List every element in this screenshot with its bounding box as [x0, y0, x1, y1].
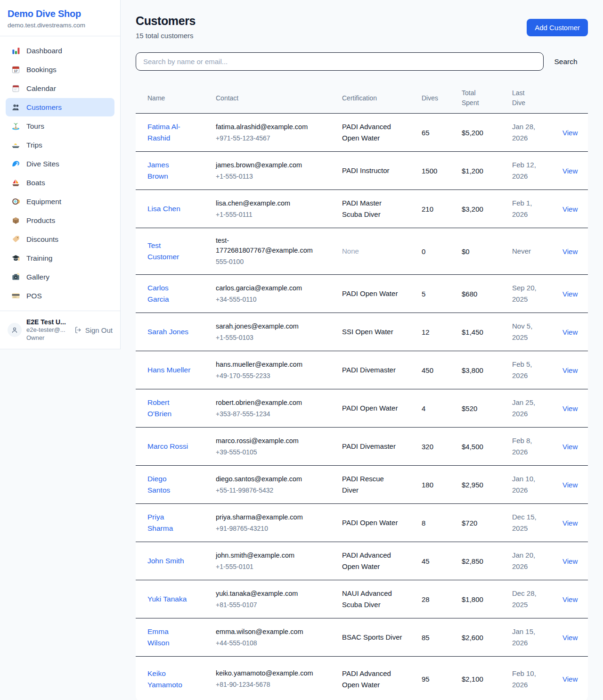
customer-name-link[interactable]: Carlos Garcia — [147, 282, 191, 305]
customer-name-link[interactable]: Test Customer — [147, 240, 191, 263]
credit-card-icon — [11, 291, 20, 300]
customer-email: fatima.alrashid@example.com — [216, 122, 317, 132]
view-link[interactable]: View — [562, 129, 578, 137]
user-section: E2E Test U... e2e-tester@... Owner Sign … — [0, 311, 120, 349]
table-header-row: NameContactCertificationDivesTotal Spent… — [136, 83, 588, 114]
sidebar-item-dashboard[interactable]: Dashboard — [6, 41, 114, 60]
customer-email: keiko.yamamoto@example.com — [216, 668, 317, 678]
cell-dives: 8 — [422, 504, 462, 542]
cell-dives: 12 — [422, 313, 462, 351]
view-link[interactable]: View — [562, 205, 578, 213]
sidebar-item-discounts[interactable]: Discounts — [6, 230, 114, 248]
customer-last-dive: Jan 10, 2026 — [512, 473, 541, 496]
view-link[interactable]: View — [562, 443, 578, 451]
customer-email: carlos.garcia@example.com — [216, 283, 317, 293]
view-link[interactable]: View — [562, 366, 578, 374]
customer-last-dive: Feb 8, 2026 — [512, 435, 541, 458]
cell-certification: None — [342, 228, 422, 275]
sidebar-item-bookings[interactable]: 17Bookings — [6, 60, 114, 79]
people-icon — [11, 103, 20, 112]
graduation-cap-icon — [11, 254, 20, 263]
sidebar-item-tours[interactable]: Tours — [6, 117, 114, 135]
column-header-actions — [562, 83, 588, 114]
customer-email: marco.rossi@example.com — [216, 436, 317, 446]
view-link[interactable]: View — [562, 404, 578, 412]
cell-certification: PADI Advanced Open Water — [342, 114, 422, 152]
sidebar-item-label: Tours — [26, 122, 44, 131]
sidebar-item-customers[interactable]: Customers — [6, 98, 114, 116]
sidebar-item-training[interactable]: Training — [6, 249, 114, 267]
customer-phone: +81-555-0107 — [216, 600, 338, 610]
customer-last-dive: Sep 20, 2025 — [512, 282, 541, 305]
customer-name-link[interactable]: Lisa Chen — [147, 203, 180, 214]
customer-name-link[interactable]: Emma Wilson — [147, 626, 191, 649]
sidebar-item-pos[interactable]: POS — [6, 287, 114, 305]
search-bar: Search — [136, 52, 588, 71]
cell-total-spent: $2,950 — [462, 466, 512, 504]
cell-last-dive: Dec 28, 2025 — [512, 580, 562, 618]
view-link[interactable]: View — [562, 557, 578, 565]
customer-phone: +1-555-0113 — [216, 172, 338, 181]
cell-view: View — [562, 228, 588, 275]
camera-icon — [11, 272, 20, 281]
customer-name-link[interactable]: Fatima Al-Rashid — [147, 121, 191, 144]
search-button[interactable]: Search — [544, 58, 588, 66]
view-link[interactable]: View — [562, 481, 578, 489]
sidebar-item-products[interactable]: Products — [6, 211, 114, 230]
avatar — [8, 323, 22, 337]
add-customer-button[interactable]: Add Customer — [527, 19, 588, 36]
search-input[interactable] — [136, 52, 544, 71]
page-header: Customers 15 total customers Add Custome… — [136, 14, 588, 40]
view-link[interactable]: View — [562, 519, 578, 527]
sidebar-item-equipment[interactable]: Equipment — [6, 192, 114, 211]
table-row: James Brownjames.brown@example.com+1-555… — [136, 152, 588, 190]
cell-contact: john.smith@example.com+1-555-0101 — [216, 542, 342, 580]
table-row: Lisa Chenlisa.chen@example.com+1-555-011… — [136, 190, 588, 228]
sidebar-item-trips[interactable]: Trips — [6, 136, 114, 154]
customer-last-dive: Jan 15, 2026 — [512, 626, 541, 649]
customer-name-link[interactable]: John Smith — [147, 555, 184, 567]
view-link[interactable]: View — [562, 634, 578, 642]
cell-total-spent: $3,800 — [462, 351, 512, 389]
sign-out-label: Sign Out — [85, 326, 113, 334]
sidebar-item-calendar[interactable]: Calendar — [6, 79, 114, 98]
customer-phone: +1-555-0111 — [216, 210, 338, 220]
view-link[interactable]: View — [562, 290, 578, 298]
customer-name-link[interactable]: Sarah Jones — [147, 326, 188, 338]
sidebar-nav: Dashboard17BookingsCalendarCustomersTour… — [0, 36, 120, 311]
cell-name: Marco Rossi — [136, 428, 216, 466]
cell-last-dive: Jan 28, 2026 — [512, 114, 562, 152]
view-link[interactable]: View — [562, 675, 578, 683]
customer-name-link[interactable]: Robert O'Brien — [147, 397, 191, 420]
customer-phone: +34-555-0110 — [216, 295, 338, 305]
cell-last-dive: Nov 5, 2025 — [512, 313, 562, 351]
sidebar-item-boats[interactable]: Boats — [6, 173, 114, 192]
view-link[interactable]: View — [562, 595, 578, 603]
cell-total-spent: $2,100 — [462, 657, 512, 700]
view-link[interactable]: View — [562, 328, 578, 336]
cell-view: View — [562, 351, 588, 389]
sign-out-button[interactable]: Sign Out — [74, 326, 113, 334]
cell-certification: PADI Rescue Diver — [342, 466, 422, 504]
customer-name-link[interactable]: Keiko Yamamoto — [147, 668, 191, 691]
customer-email: test-1772681807767@example.com — [216, 236, 317, 255]
cell-certification: SSI Open Water — [342, 313, 422, 351]
customer-name-link[interactable]: James Brown — [147, 159, 191, 182]
customer-name-link[interactable]: Marco Rossi — [147, 441, 188, 452]
cell-name: Sarah Jones — [136, 313, 216, 351]
view-link[interactable]: View — [562, 247, 578, 255]
cell-contact: james.brown@example.com+1-555-0113 — [216, 152, 342, 190]
customer-name-link[interactable]: Priya Sharma — [147, 511, 191, 534]
customer-email: yuki.tanaka@example.com — [216, 589, 317, 599]
customer-phone: +1-555-0103 — [216, 333, 338, 343]
sidebar-item-gallery[interactable]: Gallery — [6, 268, 114, 286]
table-row: John Smithjohn.smith@example.com+1-555-0… — [136, 542, 588, 580]
customer-certification: PADI Divemaster — [342, 441, 396, 452]
sidebar-item-dive-sites[interactable]: Dive Sites — [6, 155, 114, 173]
customer-name-link[interactable]: Hans Mueller — [147, 364, 190, 376]
customer-name-link[interactable]: Diego Santos — [147, 473, 191, 496]
cell-dives: 180 — [422, 466, 462, 504]
customer-name-link[interactable]: Yuki Tanaka — [147, 593, 187, 605]
bar-chart-icon — [11, 46, 20, 55]
view-link[interactable]: View — [562, 167, 578, 175]
